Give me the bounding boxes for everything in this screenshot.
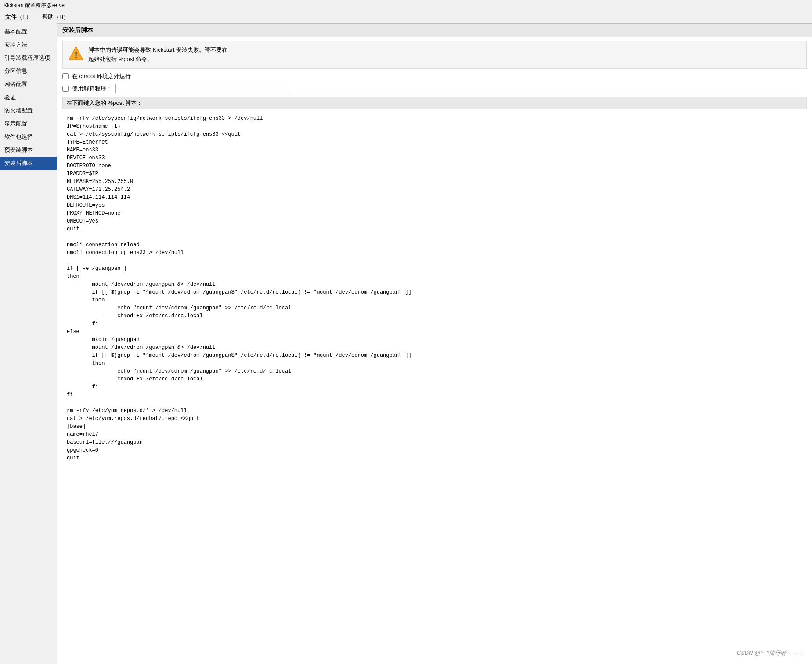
sidebar-item-display[interactable]: 显示配置 — [0, 117, 57, 130]
interpreter-checkbox[interactable] — [62, 86, 69, 92]
sidebar-item-firewall[interactable]: 防火墙配置 — [0, 104, 57, 117]
interpreter-label: 使用解释程序： — [72, 85, 112, 93]
chroot-option-row: 在 chroot 环境之外运行 — [62, 72, 807, 80]
sidebar-item-auth[interactable]: 验证 — [0, 91, 57, 104]
warning-text: 脚本中的错误可能会导致 Kickstart 安装失败。请不要在 起始处包括 %p… — [88, 46, 227, 64]
interpreter-option-row: 使用解释程序： — [62, 84, 807, 93]
sidebar-item-install[interactable]: 安装方法 — [0, 38, 57, 51]
sidebar-item-bootloader[interactable]: 引导装载程序选项 — [0, 51, 57, 65]
warning-line2: 起始处包括 %post 命令。 — [88, 56, 153, 62]
watermark: CSDN @^~^前行者～～～ — [737, 649, 803, 657]
script-area[interactable]: rm -rfv /etc/sysconfig/network-scripts/i… — [62, 111, 807, 664]
menu-file[interactable]: 文件（F） — [4, 12, 33, 22]
section-header: 安装后脚本 — [57, 23, 812, 37]
warning-line1: 脚本中的错误可能会导致 Kickstart 安装失败。请不要在 — [88, 47, 227, 53]
section-title: 安装后脚本 — [62, 26, 93, 34]
app-title: Kickstart 配置程序@server — [4, 2, 66, 8]
menu-help[interactable]: 帮助（H） — [40, 12, 71, 22]
main-container: 基本配置 安装方法 引导装载程序选项 分区信息 网络配置 验证 防火墙配置 显示… — [0, 23, 812, 664]
title-bar: Kickstart 配置程序@server — [0, 0, 812, 11]
sidebar-item-pre-script[interactable]: 预安装脚本 — [0, 144, 57, 157]
interpreter-input[interactable] — [115, 84, 291, 93]
warning-box: ! 脚本中的错误可能会导致 Kickstart 安装失败。请不要在 起始处包括 … — [62, 41, 807, 69]
chroot-label: 在 chroot 环境之外运行 — [72, 72, 131, 80]
content-area: 安装后脚本 ! 脚本中的错误可能会导致 Kickstart 安装失败。请不要在 … — [57, 23, 812, 664]
chroot-checkbox[interactable] — [62, 73, 69, 79]
menu-bar: 文件（F） 帮助（H） — [0, 11, 812, 23]
sidebar: 基本配置 安装方法 引导装载程序选项 分区信息 网络配置 验证 防火墙配置 显示… — [0, 23, 57, 664]
warning-icon: ! — [68, 46, 84, 61]
sidebar-item-packages[interactable]: 软件包选择 — [0, 130, 57, 144]
sidebar-item-post-script[interactable]: 安装后脚本 — [0, 157, 57, 170]
svg-text:!: ! — [75, 50, 78, 60]
sidebar-item-basic[interactable]: 基本配置 — [0, 25, 57, 38]
sidebar-item-network[interactable]: 网络配置 — [0, 78, 57, 91]
sidebar-item-partition[interactable]: 分区信息 — [0, 65, 57, 78]
script-label: 在下面键入您的 %post 脚本： — [62, 97, 807, 109]
